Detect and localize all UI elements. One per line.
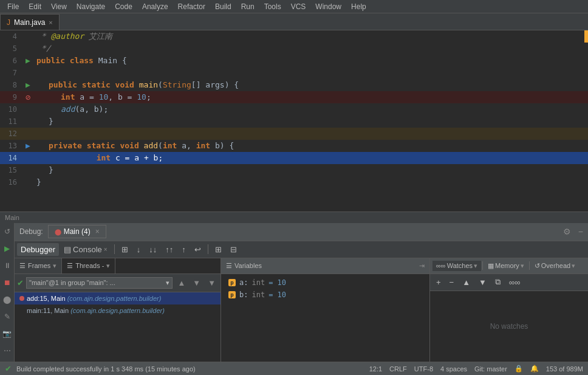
var-value-b: = 10 [268,291,286,299]
copy-watch-btn[interactable]: ⧉ [491,275,504,289]
stack-item-1[interactable]: main:11, Main (com.ajn.design.pattern.bu… [15,304,220,317]
menu-view[interactable]: View [46,1,72,12]
console-tab-close[interactable]: × [104,246,108,253]
side-icon-pause[interactable]: ⏸ [1,260,13,272]
code-line-10: 10 add(a, b); [0,103,588,115]
menu-edit[interactable]: Edit [24,1,46,12]
line-num-14: 14 [0,152,22,164]
menu-window[interactable]: Window [310,1,346,12]
notification-icon[interactable]: 🔔 [530,365,539,373]
restore-layout-btn[interactable]: ⊞ [118,243,132,256]
menu-navigate[interactable]: Navigate [72,1,110,12]
collapse-btn[interactable]: ⊟ [227,243,241,256]
step-into-btn[interactable]: ↓↓ [145,243,160,256]
status-left: ✔ Build completed successfully in 1 s 34… [5,364,360,373]
line-content-14: int c = a + b; [34,152,588,164]
line-ending[interactable]: CRLF [389,365,407,373]
minimize-button[interactable]: − [578,227,583,236]
overhead-menu-icon[interactable]: ▾ [572,262,575,270]
console-tab[interactable]: ▤Console × [60,243,111,256]
overhead-label: Overhead [541,262,570,269]
thread-dropdown[interactable]: "main"@1 in group "main": ... ▾ [26,277,173,289]
variables-label: Variables [234,262,262,269]
menu-code[interactable]: Code [110,1,137,12]
line-content-6: public class Main { [34,55,588,67]
thread-filter-btn[interactable]: ▼ [205,277,218,289]
remove-watch-btn[interactable]: − [446,276,458,289]
menu-run[interactable]: Run [236,1,259,12]
collapse-icon-13[interactable]: ▶ [26,140,30,152]
step-out-btn[interactable]: ↑↑ [162,243,177,256]
menu-analyze[interactable]: Analyze [137,1,173,12]
file-tab-icon: J [7,18,10,27]
memory-indicator[interactable]: 153 of 989M [546,365,583,373]
side-icon-more[interactable]: ⋯ [1,345,13,357]
overhead-icon: ↺ [535,262,540,270]
var-name-a: a: [239,278,248,287]
menu-tools[interactable]: Tools [259,1,286,12]
menu-file[interactable]: File [2,1,24,12]
frames-icon: ☰ [19,262,26,270]
code-line-5: 5 */ [0,43,588,55]
indent-setting[interactable]: 4 spaces [440,365,467,373]
side-icon-edit[interactable]: ✎ [1,311,13,323]
debug-session-close[interactable]: × [95,227,100,236]
vcs-branch[interactable]: Git: master [474,365,507,373]
main-layout: File Edit View Navigate Code Analyze Ref… [0,0,588,375]
cursor-position[interactable]: 12:1 [369,365,382,373]
code-line-16: 16 } [0,176,588,188]
stack-item-0[interactable]: add:15, Main (com.ajn.design.pattern.bui… [15,292,220,304]
watch-down-btn[interactable]: ▼ [475,276,490,289]
debug-session-tab[interactable]: ⬤ Main (4) × [48,225,106,238]
stack-item-dot-0 [19,296,24,301]
collapse-icon-8[interactable]: ▶ [26,79,30,91]
var-item-a[interactable]: p a: int = 10 [221,277,429,289]
collapse-icon-6[interactable]: ▶ [26,55,30,67]
menu-build[interactable]: Build [210,1,236,12]
line-gutter-6: ▶ [22,55,34,67]
side-icon-refresh[interactable]: ↺ [1,225,13,238]
debugger-tab[interactable]: Debugger [17,243,59,256]
code-editor[interactable]: 4 * @author 艾江南 5 */ 6 ▶ public class Ma… [0,30,588,212]
var-item-b[interactable]: p b: int = 10 [221,289,429,301]
file-tab-main[interactable]: J Main.java × [0,14,60,30]
watch-btn[interactable]: ⊞ [211,243,225,256]
side-icon-camera[interactable]: 📷 [1,328,13,340]
settings-icon[interactable]: ⚙ [563,227,571,236]
overhead-tab[interactable]: ↺ Overhead ▾ [531,261,579,271]
code-line-6: 6 ▶ public class Main { [0,55,588,67]
step-over-btn[interactable]: ↓ [133,243,145,256]
memory-tab[interactable]: ▦ Memory ▾ [484,261,528,271]
encoding[interactable]: UTF-8 [414,365,433,373]
watches-tab[interactable]: ∞∞ Watches ▾ [432,261,481,271]
no-watches-text: No watches [490,322,528,331]
breakpoint-icon-9[interactable]: ⊘ [26,91,30,103]
frames-menu-icon[interactable]: ▾ [53,262,56,270]
menu-refactor[interactable]: Refactor [173,1,210,12]
watch-settings-btn[interactable]: ∞∞ [505,276,524,289]
threads-menu-icon[interactable]: ▾ [106,262,110,270]
add-watch-btn[interactable]: + [432,276,445,289]
watch-up-btn[interactable]: ▲ [459,276,474,289]
side-icon-breakpoint[interactable]: ⬤ [1,294,13,306]
var-type-a: int [251,278,265,287]
side-icon-play[interactable]: ▶ [1,243,13,255]
memory-menu-icon[interactable]: ▾ [521,262,524,270]
run-to-cursor-btn[interactable]: ↑ [178,243,190,256]
var-type-b: int [251,291,265,299]
thread-up-btn[interactable]: ▲ [175,277,188,289]
variables-expand-btn[interactable]: ⇥ [419,262,425,270]
debug-content: ☰ Frames ▾ ☰ Threads - ▾ ✔ [15,258,588,362]
menu-vcs[interactable]: VCS [286,1,311,12]
var-icon-b: p [228,291,236,298]
threads-tab[interactable]: ☰ Threads - ▾ [62,258,115,274]
watches-menu-icon[interactable]: ▾ [474,262,477,270]
evaluate-btn[interactable]: ↩ [191,243,205,256]
line-gutter-13: ▶ [22,140,34,152]
debug-label: Debug: [19,227,43,236]
frames-tab[interactable]: ☰ Frames ▾ [15,258,62,274]
menu-help[interactable]: Help [346,1,371,12]
file-tab-close[interactable]: × [49,19,52,26]
side-icon-stop[interactable]: ⏹ [1,277,13,289]
thread-down-btn[interactable]: ▼ [190,277,203,289]
